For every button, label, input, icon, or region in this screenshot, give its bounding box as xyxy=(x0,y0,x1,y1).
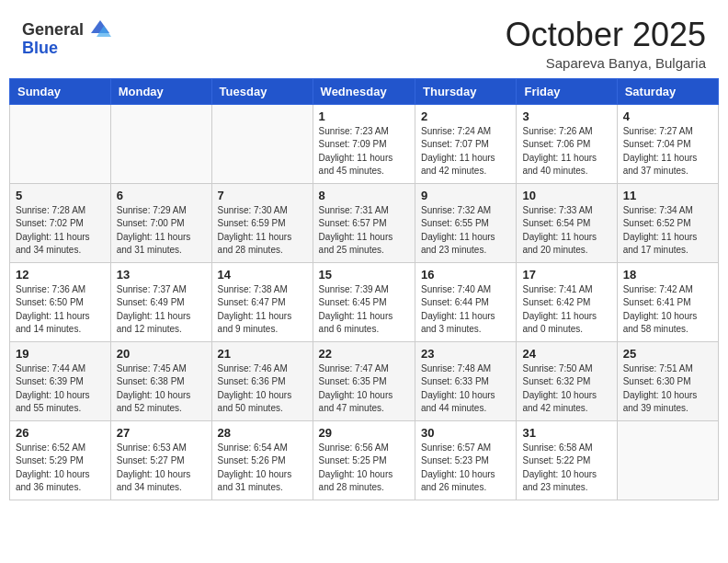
day-info: Sunrise: 7:50 AM Sunset: 6:32 PM Dayligh… xyxy=(522,362,610,416)
day-info: Sunrise: 7:23 AM Sunset: 7:09 PM Dayligh… xyxy=(319,125,409,178)
calendar-cell xyxy=(617,420,718,500)
calendar-cell: 21Sunrise: 7:46 AM Sunset: 6:36 PM Dayli… xyxy=(211,341,313,420)
day-number: 2 xyxy=(421,109,510,123)
day-number: 10 xyxy=(522,189,610,202)
day-info: Sunrise: 7:45 AM Sunset: 6:38 PM Dayligh… xyxy=(117,362,206,416)
calendar-cell: 5Sunrise: 7:28 AM Sunset: 7:02 PM Daylig… xyxy=(10,183,111,262)
day-info: Sunrise: 7:51 AM Sunset: 6:30 PM Dayligh… xyxy=(623,362,712,416)
calendar-row-4: 19Sunrise: 7:44 AM Sunset: 6:39 PM Dayli… xyxy=(10,341,719,420)
calendar-cell: 6Sunrise: 7:29 AM Sunset: 7:00 PM Daylig… xyxy=(110,183,211,262)
calendar-cell: 10Sunrise: 7:33 AM Sunset: 6:54 PM Dayli… xyxy=(517,183,617,262)
subtitle: Sapareva Banya, Bulgaria xyxy=(506,55,706,71)
day-info: Sunrise: 7:42 AM Sunset: 6:41 PM Dayligh… xyxy=(623,283,712,337)
day-info: Sunrise: 7:44 AM Sunset: 6:39 PM Dayligh… xyxy=(16,362,105,416)
calendar-cell: 22Sunrise: 7:47 AM Sunset: 6:35 PM Dayli… xyxy=(313,341,415,420)
day-number: 13 xyxy=(117,268,206,282)
day-number: 27 xyxy=(117,426,206,440)
calendar-cell: 1Sunrise: 7:23 AM Sunset: 7:09 PM Daylig… xyxy=(313,104,415,183)
calendar-header: Sunday Monday Tuesday Wednesday Thursday… xyxy=(10,78,719,104)
calendar-table: Sunday Monday Tuesday Wednesday Thursday… xyxy=(9,78,719,500)
day-number: 5 xyxy=(16,189,105,202)
day-info: Sunrise: 6:58 AM Sunset: 5:22 PM Dayligh… xyxy=(522,442,610,495)
header-row: Sunday Monday Tuesday Wednesday Thursday… xyxy=(10,78,719,104)
day-number: 9 xyxy=(421,189,510,202)
calendar-row-5: 26Sunrise: 6:52 AM Sunset: 5:29 PM Dayli… xyxy=(10,420,719,500)
day-info: Sunrise: 7:31 AM Sunset: 6:57 PM Dayligh… xyxy=(319,204,409,258)
day-info: Sunrise: 7:46 AM Sunset: 6:36 PM Dayligh… xyxy=(218,362,307,416)
day-number: 16 xyxy=(421,268,510,282)
day-info: Sunrise: 7:32 AM Sunset: 6:55 PM Dayligh… xyxy=(421,204,510,258)
day-info: Sunrise: 7:40 AM Sunset: 6:44 PM Dayligh… xyxy=(421,283,510,337)
day-info: Sunrise: 6:54 AM Sunset: 5:26 PM Dayligh… xyxy=(218,442,307,495)
day-number: 21 xyxy=(218,347,307,361)
calendar-cell: 30Sunrise: 6:57 AM Sunset: 5:23 PM Dayli… xyxy=(415,420,517,500)
day-number: 30 xyxy=(421,426,510,440)
day-number: 31 xyxy=(522,426,610,440)
day-info: Sunrise: 6:52 AM Sunset: 5:29 PM Dayligh… xyxy=(16,442,105,495)
day-info: Sunrise: 7:47 AM Sunset: 6:35 PM Dayligh… xyxy=(319,362,409,416)
day-info: Sunrise: 7:26 AM Sunset: 7:06 PM Dayligh… xyxy=(522,125,610,178)
calendar-cell xyxy=(211,104,313,183)
day-info: Sunrise: 7:41 AM Sunset: 6:42 PM Dayligh… xyxy=(522,283,610,337)
calendar-cell: 12Sunrise: 7:36 AM Sunset: 6:50 PM Dayli… xyxy=(10,262,111,341)
day-number: 18 xyxy=(623,268,712,282)
day-number: 7 xyxy=(218,189,307,202)
calendar-cell: 26Sunrise: 6:52 AM Sunset: 5:29 PM Dayli… xyxy=(10,420,111,500)
calendar-body: 1Sunrise: 7:23 AM Sunset: 7:09 PM Daylig… xyxy=(10,104,719,500)
calendar-cell: 29Sunrise: 6:56 AM Sunset: 5:25 PM Dayli… xyxy=(313,420,415,500)
logo-icon xyxy=(87,17,113,42)
calendar-cell: 2Sunrise: 7:24 AM Sunset: 7:07 PM Daylig… xyxy=(415,104,517,183)
day-number: 1 xyxy=(319,109,409,123)
day-number: 26 xyxy=(16,426,105,440)
calendar-cell xyxy=(110,104,211,183)
calendar-wrapper: Sunday Monday Tuesday Wednesday Thursday… xyxy=(0,78,728,510)
col-wednesday: Wednesday xyxy=(313,78,415,104)
calendar-cell: 9Sunrise: 7:32 AM Sunset: 6:55 PM Daylig… xyxy=(415,183,517,262)
calendar-cell: 20Sunrise: 7:45 AM Sunset: 6:38 PM Dayli… xyxy=(110,341,211,420)
header: General Blue October 2025 Sapareva Banya… xyxy=(0,0,728,78)
col-saturday: Saturday xyxy=(617,78,718,104)
calendar-row-2: 5Sunrise: 7:28 AM Sunset: 7:02 PM Daylig… xyxy=(10,183,719,262)
calendar-cell: 19Sunrise: 7:44 AM Sunset: 6:39 PM Dayli… xyxy=(10,341,111,420)
day-number: 20 xyxy=(117,347,206,361)
calendar-cell: 3Sunrise: 7:26 AM Sunset: 7:06 PM Daylig… xyxy=(517,104,617,183)
calendar-row-1: 1Sunrise: 7:23 AM Sunset: 7:09 PM Daylig… xyxy=(10,104,719,183)
calendar-cell: 27Sunrise: 6:53 AM Sunset: 5:27 PM Dayli… xyxy=(110,420,211,500)
calendar-cell: 8Sunrise: 7:31 AM Sunset: 6:57 PM Daylig… xyxy=(313,183,415,262)
calendar-cell: 25Sunrise: 7:51 AM Sunset: 6:30 PM Dayli… xyxy=(617,341,718,420)
calendar-cell: 4Sunrise: 7:27 AM Sunset: 7:04 PM Daylig… xyxy=(617,104,718,183)
day-number: 6 xyxy=(117,189,206,202)
title-block: October 2025 Sapareva Banya, Bulgaria xyxy=(506,17,706,71)
day-number: 11 xyxy=(623,189,712,202)
calendar-cell: 18Sunrise: 7:42 AM Sunset: 6:41 PM Dayli… xyxy=(617,262,718,341)
day-number: 29 xyxy=(319,426,409,440)
logo-general: General xyxy=(22,20,84,40)
day-info: Sunrise: 7:37 AM Sunset: 6:49 PM Dayligh… xyxy=(117,283,206,337)
day-info: Sunrise: 7:24 AM Sunset: 7:07 PM Dayligh… xyxy=(421,125,510,178)
calendar-cell: 11Sunrise: 7:34 AM Sunset: 6:52 PM Dayli… xyxy=(617,183,718,262)
logo: General Blue xyxy=(22,17,113,58)
day-number: 4 xyxy=(623,109,712,123)
day-number: 12 xyxy=(16,268,105,282)
day-info: Sunrise: 6:53 AM Sunset: 5:27 PM Dayligh… xyxy=(117,442,206,495)
calendar-row-3: 12Sunrise: 7:36 AM Sunset: 6:50 PM Dayli… xyxy=(10,262,719,341)
day-info: Sunrise: 7:30 AM Sunset: 6:59 PM Dayligh… xyxy=(218,204,307,258)
calendar-cell: 31Sunrise: 6:58 AM Sunset: 5:22 PM Dayli… xyxy=(517,420,617,500)
calendar-cell: 15Sunrise: 7:39 AM Sunset: 6:45 PM Dayli… xyxy=(313,262,415,341)
col-tuesday: Tuesday xyxy=(211,78,313,104)
day-info: Sunrise: 7:33 AM Sunset: 6:54 PM Dayligh… xyxy=(522,204,610,258)
calendar-cell: 17Sunrise: 7:41 AM Sunset: 6:42 PM Dayli… xyxy=(517,262,617,341)
day-info: Sunrise: 7:34 AM Sunset: 6:52 PM Dayligh… xyxy=(623,204,712,258)
day-info: Sunrise: 7:29 AM Sunset: 7:00 PM Dayligh… xyxy=(117,204,206,258)
day-info: Sunrise: 7:39 AM Sunset: 6:45 PM Dayligh… xyxy=(319,283,409,337)
day-info: Sunrise: 7:27 AM Sunset: 7:04 PM Dayligh… xyxy=(623,125,712,178)
calendar-cell: 14Sunrise: 7:38 AM Sunset: 6:47 PM Dayli… xyxy=(211,262,313,341)
calendar-cell: 13Sunrise: 7:37 AM Sunset: 6:49 PM Dayli… xyxy=(110,262,211,341)
calendar-cell: 16Sunrise: 7:40 AM Sunset: 6:44 PM Dayli… xyxy=(415,262,517,341)
calendar-cell: 24Sunrise: 7:50 AM Sunset: 6:32 PM Dayli… xyxy=(517,341,617,420)
day-info: Sunrise: 6:56 AM Sunset: 5:25 PM Dayligh… xyxy=(319,442,409,495)
day-number: 17 xyxy=(522,268,610,282)
col-thursday: Thursday xyxy=(415,78,517,104)
day-number: 23 xyxy=(421,347,510,361)
page: General Blue October 2025 Sapareva Banya… xyxy=(0,0,728,563)
